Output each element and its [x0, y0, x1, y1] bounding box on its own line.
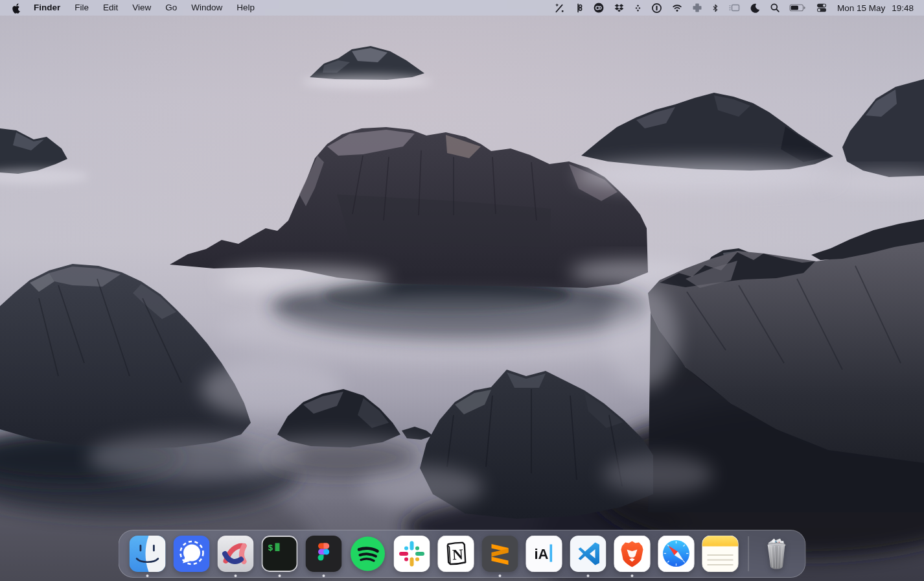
svg-text:N: N	[452, 546, 463, 563]
running-indicator	[631, 575, 634, 577]
display-mirroring-icon[interactable]	[724, 0, 745, 16]
dock-trash-full[interactable]	[759, 536, 795, 572]
dropbox-icon[interactable]	[609, 0, 629, 16]
dock-app-notes[interactable]	[702, 536, 739, 572]
wifi-icon[interactable]	[667, 0, 687, 16]
battery-icon[interactable]	[785, 0, 811, 16]
dock: $	[119, 530, 806, 578]
spotlight-search-icon[interactable]	[765, 0, 785, 16]
adobe-creative-cloud-icon[interactable]	[588, 0, 609, 16]
focus-moon-icon[interactable]	[745, 0, 765, 16]
menu-bar: Finder File Edit View Go Window Help	[0, 0, 924, 16]
health-plus-icon[interactable]	[687, 0, 707, 16]
dock-app-safari[interactable]	[658, 536, 695, 572]
menu-app-name[interactable]: Finder	[29, 0, 67, 16]
battery-fill	[791, 6, 798, 10]
running-indicator	[279, 575, 281, 577]
svg-text:$: $	[268, 543, 273, 553]
menu-file[interactable]: File	[67, 0, 96, 16]
menu-clock[interactable]: Mon 15 May 19:48	[832, 3, 916, 13]
running-indicator	[235, 575, 237, 577]
menu-view[interactable]: View	[125, 0, 158, 16]
bluetooth-icon[interactable]	[707, 0, 724, 16]
dock-app-sublime-text[interactable]	[482, 536, 518, 572]
dock-app-brave[interactable]	[614, 536, 651, 572]
dock-app-notion[interactable]: N	[438, 536, 474, 572]
clock-date: Mon 15 May	[837, 3, 885, 13]
menu-go[interactable]: Go	[158, 0, 184, 16]
dock-app-spotify[interactable]	[350, 536, 386, 572]
diamonds-icon[interactable]	[629, 0, 647, 16]
apple-logo-icon	[12, 3, 21, 14]
dock-separator	[748, 536, 749, 571]
running-indicator	[323, 575, 325, 577]
dock-app-vscode[interactable]	[570, 536, 606, 572]
dock-app-ia-writer[interactable]: iA	[526, 536, 562, 572]
control-center-icon[interactable]	[811, 0, 832, 16]
desktop-wallpaper	[0, 0, 924, 581]
menu-edit[interactable]: Edit	[96, 0, 125, 16]
dock-app-signal[interactable]	[174, 536, 210, 572]
dock-app-terminal[interactable]: $	[262, 536, 298, 572]
magic-wand-icon[interactable]	[549, 0, 570, 16]
dock-app-craft[interactable]	[218, 536, 254, 572]
apple-menu[interactable]	[0, 3, 29, 14]
dock-app-figma[interactable]	[306, 536, 342, 572]
running-indicator	[146, 575, 149, 577]
menu-window[interactable]: Window	[184, 0, 229, 16]
svg-text:iA: iA	[535, 546, 549, 562]
clock-time: 19:48	[892, 3, 914, 13]
dock-app-finder[interactable]	[130, 536, 166, 572]
clip-tool-icon[interactable]	[570, 0, 588, 16]
running-indicator	[499, 575, 502, 577]
menu-help[interactable]: Help	[229, 0, 262, 16]
running-indicator	[587, 575, 590, 577]
dock-app-slack[interactable]	[394, 536, 430, 572]
power-ring-icon[interactable]	[647, 0, 667, 16]
